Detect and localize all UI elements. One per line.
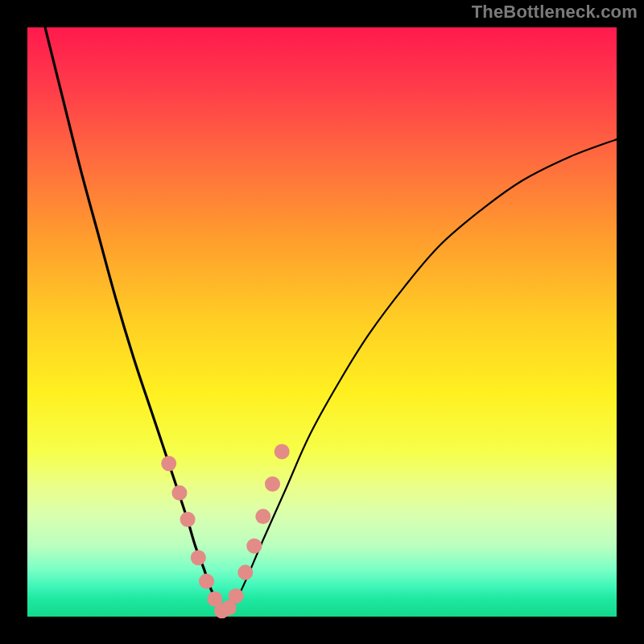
highlight-dot: [171, 485, 187, 501]
highlight-dot: [275, 444, 290, 460]
curve-layer: [27, 27, 617, 617]
highlight-dot: [246, 539, 262, 554]
right-branch-curve: [225, 139, 617, 613]
highlight-dot: [180, 512, 196, 527]
highlight-dot: [191, 550, 206, 565]
highlight-dot: [255, 509, 270, 524]
left-branch-curve: [45, 27, 225, 613]
highlight-dot: [237, 565, 253, 580]
chart-frame: TheBottleneck.com: [0, 0, 644, 644]
highlight-dot: [229, 588, 244, 604]
highlight-dot: [161, 456, 176, 471]
highlight-dot: [265, 477, 280, 492]
plot-area: [27, 27, 617, 617]
watermark-text: TheBottleneck.com: [472, 2, 638, 23]
highlight-dot: [199, 574, 214, 589]
highlight-dots-group: [161, 444, 290, 619]
